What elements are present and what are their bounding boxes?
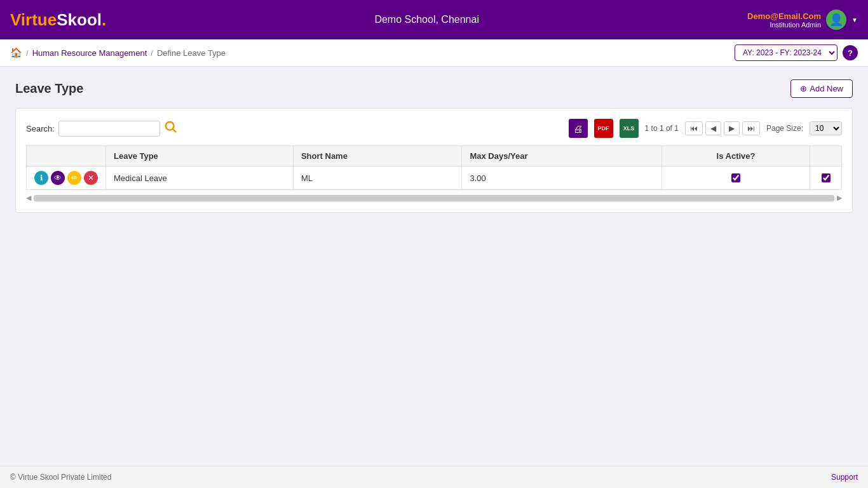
pagination-info: 1 to 1 of 1	[645, 124, 679, 133]
user-avatar[interactable]: 👤	[826, 10, 846, 30]
help-button[interactable]: ?	[843, 45, 858, 60]
ay-selector: AY: 2023 - FY: 2023-24 ?	[735, 44, 858, 61]
svg-line-1	[173, 128, 177, 132]
scroll-track	[34, 195, 834, 201]
copyright: © Virtue Skool Private Limited	[10, 473, 111, 482]
plus-icon: ⊕	[800, 84, 807, 93]
user-dropdown-arrow[interactable]: ▼	[851, 17, 858, 24]
table-scroll-container: Leave Type Short Name Max Days/Year Is A…	[26, 146, 842, 190]
footer: © Virtue Skool Private Limited Support	[0, 466, 868, 488]
col-extra	[810, 146, 842, 166]
page-size-label: Page Size:	[766, 124, 803, 133]
breadcrumb: 🏠 / Human Resource Management / Define L…	[10, 47, 226, 58]
page-title: Leave Type	[15, 81, 83, 96]
logo: VirtueSkool.	[10, 10, 106, 30]
breadcrumb-sep-2: /	[151, 48, 153, 58]
table-toolbar: Search: 🖨 PDF XLS 1 to 1 of 1 ⏮	[26, 119, 842, 138]
breadcrumb-current: Define Leave Type	[157, 48, 226, 58]
excel-button[interactable]: XLS	[620, 119, 639, 138]
col-actions	[27, 146, 106, 166]
col-leave-type: Leave Type	[106, 146, 294, 166]
cell-short-name: ML	[293, 166, 462, 190]
logo-dot: .	[102, 10, 106, 29]
row-extra-checkbox[interactable]	[822, 173, 831, 182]
search-button[interactable]	[164, 120, 178, 137]
print-button[interactable]: 🖨	[569, 119, 588, 138]
page-size-select[interactable]: 10 25 50 100	[810, 121, 842, 135]
support-link[interactable]: Support	[831, 473, 858, 482]
delete-button[interactable]: ✕	[84, 171, 98, 185]
is-active-checkbox[interactable]	[731, 173, 740, 182]
add-new-button[interactable]: ⊕ Add New	[790, 79, 853, 98]
logo-skool: Skool	[57, 10, 102, 29]
table-container: Search: 🖨 PDF XLS 1 to 1 of 1 ⏮	[15, 108, 853, 213]
breadcrumb-sep-1: /	[26, 48, 29, 58]
info-button[interactable]: ℹ	[34, 171, 48, 185]
row-action-cell: ℹ 👁 ✏ ✕	[27, 166, 106, 190]
user-section: Demo@Email.Com Institution Admin 👤 ▼	[747, 10, 858, 30]
toolbar-right: 🖨 PDF XLS 1 to 1 of 1 ⏮ ◀ ▶ ⏭ Page Size:…	[569, 119, 842, 138]
pagination-controls: ⏮ ◀ ▶ ⏭	[685, 121, 760, 135]
search-area: Search:	[26, 120, 178, 137]
search-label: Search:	[26, 124, 55, 133]
breadcrumb-hrm-link[interactable]: Human Resource Management	[32, 48, 147, 58]
col-max-days: Max Days/Year	[462, 146, 662, 166]
main-content: Leave Type ⊕ Add New Search: 🖨	[0, 67, 868, 466]
next-page-button[interactable]: ▶	[724, 121, 740, 135]
scroll-right-arrow[interactable]: ▶	[837, 194, 842, 202]
page-header: Leave Type ⊕ Add New	[15, 79, 853, 98]
col-is-active: Is Active?	[662, 146, 810, 166]
col-short-name: Short Name	[293, 146, 462, 166]
breadcrumb-bar: 🏠 / Human Resource Management / Define L…	[0, 39, 868, 67]
first-page-button[interactable]: ⏮	[685, 121, 703, 135]
leave-type-table: Leave Type Short Name Max Days/Year Is A…	[26, 146, 842, 190]
logo-virtue: Virtue	[10, 10, 57, 29]
edit-button[interactable]: ✏	[67, 171, 81, 185]
prev-page-button[interactable]: ◀	[705, 121, 721, 135]
scroll-left-arrow[interactable]: ◀	[26, 194, 31, 202]
search-input[interactable]	[58, 121, 160, 137]
user-email: Demo@Email.Com	[747, 11, 821, 21]
user-role: Institution Admin	[747, 21, 821, 29]
school-name: Demo School, Chennai	[374, 14, 479, 25]
cell-extra	[810, 166, 842, 190]
svg-point-0	[166, 121, 174, 130]
ay-dropdown[interactable]: AY: 2023 - FY: 2023-24	[735, 44, 837, 61]
table-row: ℹ 👁 ✏ ✕ Medical Leave ML 3.00	[27, 166, 842, 190]
cell-leave-type: Medical Leave	[106, 166, 294, 190]
search-icon	[164, 120, 178, 134]
pdf-button[interactable]: PDF	[594, 119, 613, 138]
app-header: VirtueSkool. Demo School, Chennai Demo@E…	[0, 0, 868, 39]
home-icon[interactable]: 🏠	[10, 47, 22, 58]
last-page-button[interactable]: ⏭	[742, 121, 760, 135]
view-button[interactable]: 👁	[51, 171, 65, 185]
cell-max-days: 3.00	[462, 166, 662, 190]
cell-is-active	[662, 166, 810, 190]
scroll-bar-area[interactable]: ◀ ▶	[26, 194, 842, 202]
